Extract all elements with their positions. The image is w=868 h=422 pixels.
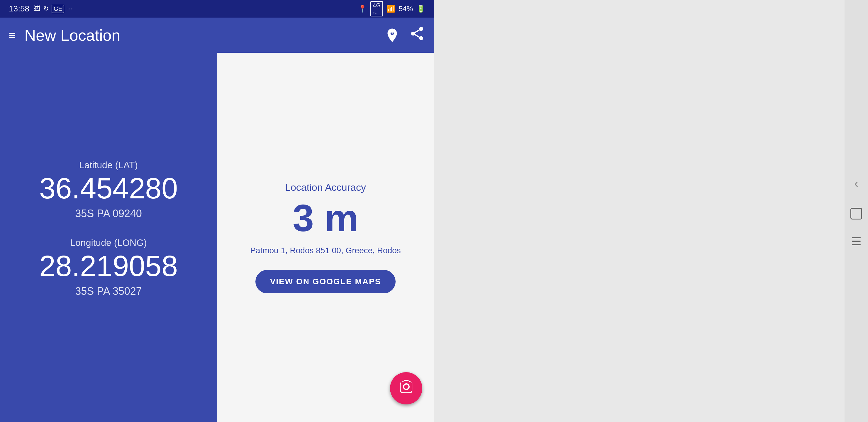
latitude-label: Latitude (LAT) [79,160,138,170]
recents-icon[interactable] [852,237,861,245]
share-icon[interactable] [409,26,425,45]
battery-icon: 🔋 [416,5,425,13]
main-content: Latitude (LAT) 36.454280 35S PA 09240 Lo… [0,53,434,422]
right-panel: Location Accuracy 3 m Patmou 1, Rodos 85… [217,53,434,422]
status-bar-right: 📍 4G↑↓ 📶 54% 🔋 [358,1,425,17]
ge-icon: GE [52,5,64,13]
longitude-value: 28.219058 [39,251,178,281]
status-bar-left: 13:58 🖼 ↻ GE ··· [9,4,72,13]
hamburger-icon[interactable]: ≡ [9,29,16,42]
location-status-icon: 📍 [358,5,367,13]
sync-icon: ↻ [43,5,49,12]
app-bar: ≡ New Location + [0,18,434,53]
accuracy-value: 3 m [293,199,358,237]
status-time: 13:58 [9,4,29,13]
android-nav-bar: ‹ [844,0,868,422]
signal-icon: 📶 [386,5,395,13]
latitude-value: 36.454280 [39,173,178,203]
home-square-icon[interactable] [850,208,862,220]
back-chevron-icon[interactable]: ‹ [854,177,858,190]
longitude-utm: 35S PA 35027 [75,285,142,297]
status-bar: 13:58 🖼 ↻ GE ··· 📍 4G↑↓ 📶 54% 🔋 [0,0,434,18]
view-on-google-maps-button[interactable]: VIEW ON GOOGLE MAPS [255,270,396,293]
accuracy-label: Location Accuracy [285,182,366,193]
more-icon: ··· [67,5,72,12]
add-location-icon[interactable]: + [384,27,400,43]
latitude-utm: 35S PA 09240 [75,207,142,220]
camera-icon [398,379,414,398]
battery-percent: 54% [399,5,413,13]
status-icons: 🖼 ↻ GE ··· [34,5,72,13]
left-panel: Latitude (LAT) 36.454280 35S PA 09240 Lo… [0,53,217,422]
svg-text:+: + [391,29,394,35]
address-text: Patmou 1, Rodos 851 00, Greece, Rodos [244,246,407,255]
camera-fab-button[interactable] [390,372,422,404]
gallery-icon: 🖼 [34,5,40,12]
network-type-icon: 4G↑↓ [370,1,383,17]
app-bar-actions: + [384,26,425,45]
page-title: New Location [24,26,384,44]
longitude-label: Longitude (LONG) [70,237,147,248]
